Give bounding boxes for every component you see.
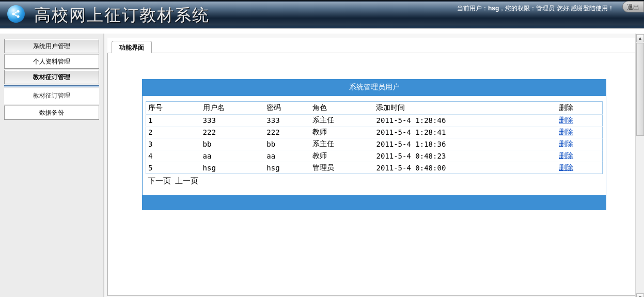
cell-created: 2011-5-4 0:48:00 <box>374 162 557 174</box>
nav-label: 系统用户管理 <box>33 42 70 50</box>
cell-id: 1 <box>146 115 201 127</box>
cell-username: 333 <box>201 115 265 127</box>
main-layout: 系统用户管理 个人资料管理 教材征订管理 教材征订管理 数据备份 功能界面 系统… <box>0 34 644 297</box>
tab-function-panel[interactable]: 功能界面 <box>112 41 152 53</box>
pager-prev[interactable]: 上一页 <box>175 176 198 185</box>
col-role: 角色 <box>310 102 374 115</box>
cell-created: 2011-5-4 1:18:36 <box>374 138 557 150</box>
nav-label: 个人资料管理 <box>33 58 70 65</box>
panel-body: 序号 用户名 密码 角色 添加时间 删除 1333333系主任2011-5-4 … <box>143 96 606 191</box>
cell-created: 2011-5-4 0:48:23 <box>374 150 557 162</box>
cell-password: 333 <box>264 115 310 127</box>
sidebar: 系统用户管理 个人资料管理 教材征订管理 教材征订管理 数据备份 <box>0 34 103 297</box>
userbar-prefix: 当前用户： <box>457 5 488 12</box>
cell-action: 删除 <box>557 162 602 174</box>
col-id: 序号 <box>146 102 201 115</box>
delete-link[interactable]: 删除 <box>559 151 573 160</box>
svg-point-1 <box>17 10 20 13</box>
nav-profile[interactable]: 个人资料管理 <box>4 54 99 69</box>
cell-action: 删除 <box>557 115 602 127</box>
tab-bar: 功能界面 <box>107 38 641 53</box>
table-row: 2222222教师2011-5-4 1:28:41删除 <box>146 127 603 138</box>
cell-role: 管理员 <box>310 162 374 174</box>
scroll-thumb[interactable] <box>636 43 644 136</box>
userbar-mid: ，您的权限： <box>499 5 536 12</box>
delete-link[interactable]: 删除 <box>559 128 573 136</box>
cell-password: hsg <box>264 162 310 174</box>
cell-username: hsg <box>201 162 265 174</box>
col-action: 删除 <box>557 102 602 115</box>
cell-role: 教师 <box>310 150 374 162</box>
users-table: 序号 用户名 密码 角色 添加时间 删除 1333333系主任2011-5-4 … <box>146 101 603 174</box>
share-icon <box>11 9 21 19</box>
cell-id: 2 <box>146 127 201 138</box>
cell-action: 删除 <box>557 150 602 162</box>
svg-point-0 <box>12 13 15 15</box>
scroll-up-icon[interactable]: ▲ <box>636 34 644 42</box>
cell-password: 222 <box>264 127 310 138</box>
nav-separator <box>4 85 99 87</box>
col-created: 添加时间 <box>374 102 557 115</box>
col-password: 密码 <box>264 102 310 115</box>
userbar-suffix: 您好,感谢登陆使用！ <box>555 5 614 12</box>
logout-button[interactable]: 退出 <box>622 1 644 12</box>
pager: 下一页 上一页 <box>146 174 603 189</box>
app-title: 高校网上征订教材系统 <box>34 4 210 27</box>
cell-action: 删除 <box>557 127 602 138</box>
cell-username: 222 <box>201 127 265 138</box>
svg-point-2 <box>17 15 20 18</box>
current-username: hsg <box>488 5 499 12</box>
current-role: 管理员 <box>536 5 555 12</box>
cell-role: 系主任 <box>310 115 374 127</box>
cell-password: bb <box>264 138 310 150</box>
panel-wrap: 系统管理员用户 序号 用户名 密码 角色 <box>108 53 640 221</box>
content-inner: 功能界面 系统管理员用户 序号 用户名 <box>107 38 641 296</box>
table-header-row: 序号 用户名 密码 角色 添加时间 删除 <box>146 102 603 115</box>
nav-textbook-order[interactable]: 教材征订管理 <box>4 70 99 84</box>
header-spacer <box>0 28 644 34</box>
admin-users-panel: 系统管理员用户 序号 用户名 密码 角色 <box>142 79 606 210</box>
cell-password: aa <box>264 150 310 162</box>
table-row: 4aaaa教师2011-5-4 0:48:23删除 <box>146 150 603 162</box>
cell-id: 5 <box>146 162 201 174</box>
table-row: 3bbbb系主任2011-5-4 1:18:36删除 <box>146 138 603 150</box>
nav-sub-label: 教材征订管理 <box>33 92 70 99</box>
cell-created: 2011-5-4 1:28:46 <box>374 115 557 127</box>
panel-title: 系统管理员用户 <box>143 80 606 96</box>
nav-system-users[interactable]: 系统用户管理 <box>4 39 99 53</box>
cell-username: aa <box>201 150 265 162</box>
col-username: 用户名 <box>201 102 265 115</box>
table-row: 5hsghsg管理员2011-5-4 0:48:00删除 <box>146 162 603 174</box>
pager-next[interactable]: 下一页 <box>148 176 171 185</box>
delete-link[interactable]: 删除 <box>559 163 573 171</box>
app-header: 高校网上征订教材系统 当前用户：hsg，您的权限：管理员 您好,感谢登陆使用！ … <box>0 0 644 28</box>
cell-username: bb <box>201 138 265 150</box>
cell-role: 系主任 <box>310 138 374 150</box>
cell-role: 教师 <box>310 127 374 138</box>
nav-backup[interactable]: 数据备份 <box>4 105 99 120</box>
content-area: 功能界面 系统管理员用户 序号 用户名 <box>103 34 644 297</box>
cell-action: 删除 <box>557 138 602 150</box>
user-bar: 当前用户：hsg，您的权限：管理员 您好,感谢登陆使用！ <box>457 4 614 13</box>
nav-label: 教材征订管理 <box>33 73 70 81</box>
cell-id: 3 <box>146 138 201 150</box>
app-logo-icon <box>7 5 25 23</box>
delete-link[interactable]: 删除 <box>559 139 573 148</box>
delete-link[interactable]: 删除 <box>559 116 573 124</box>
nav-label: 数据备份 <box>39 109 64 116</box>
panel-footer <box>143 195 606 210</box>
scroll-down-icon[interactable]: ▼ <box>636 293 644 297</box>
nav-sub-textbook-order[interactable]: 教材征订管理 <box>4 88 99 104</box>
cell-created: 2011-5-4 1:28:41 <box>374 127 557 138</box>
vertical-scrollbar[interactable]: ▲ ▼ <box>635 34 644 297</box>
cell-id: 4 <box>146 150 201 162</box>
table-row: 1333333系主任2011-5-4 1:28:46删除 <box>146 115 603 127</box>
